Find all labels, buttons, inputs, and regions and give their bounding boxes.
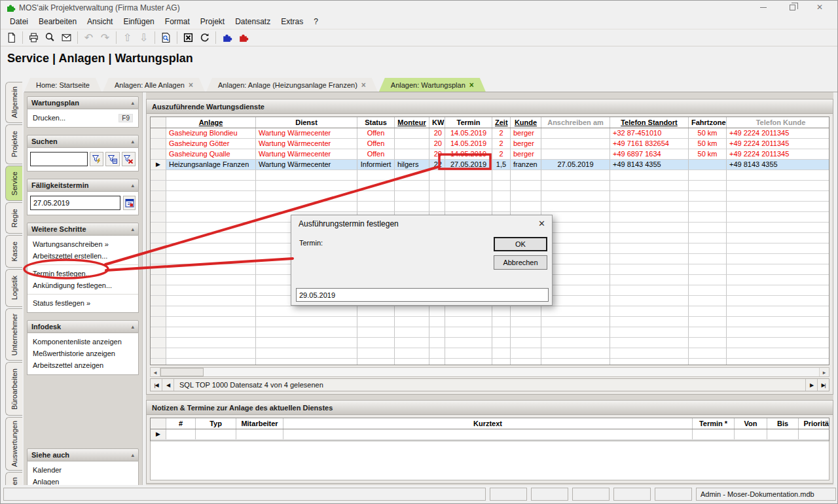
module-tab-kasse[interactable]: Kasse bbox=[5, 235, 22, 268]
notes-table[interactable]: #TypMitarbeiterKurztextTermin *VonBisPri… bbox=[150, 418, 829, 441]
column-header-mitarbeiter[interactable]: Mitarbeiter bbox=[236, 418, 283, 429]
module-tab-service[interactable]: Service bbox=[5, 166, 22, 201]
menu-item-projekt[interactable]: Projekt bbox=[195, 16, 230, 27]
excel-export-button[interactable] bbox=[180, 30, 196, 45]
column-header-telefon-kunde[interactable]: Telefon Kunde bbox=[727, 117, 829, 128]
due-date-input[interactable] bbox=[30, 196, 120, 210]
calendar-button[interactable] bbox=[123, 196, 136, 210]
module-tab-regie[interactable]: Regie bbox=[5, 202, 22, 234]
panel-header-weitere-schritte[interactable]: Weitere Schritte▴ bbox=[27, 223, 139, 236]
module-tab-unternehmer[interactable]: Unternehmer bbox=[5, 308, 22, 361]
tab-anlagen-wartungsplan[interactable]: Anlagen: Wartungsplan× bbox=[379, 78, 486, 92]
sidebar-item-arbeitszettel-anzeigen[interactable]: Arbeitszettel anzeigen bbox=[27, 359, 138, 371]
menu-item-extras[interactable]: Extras bbox=[276, 16, 308, 27]
sidebar-item-wartungsanschreiben[interactable]: Wartungsanschreiben » bbox=[27, 238, 138, 250]
column-header-kurztext[interactable]: Kurztext bbox=[283, 418, 693, 429]
sidebar-item-ank-ndigung-festlegen[interactable]: Ankündigung festlegen... bbox=[27, 279, 138, 291]
collapse-icon[interactable]: ▴ bbox=[131, 323, 134, 330]
print-preview-button[interactable] bbox=[42, 30, 58, 45]
sidebar-item-status-festlegen[interactable]: Status festlegen » bbox=[27, 297, 138, 309]
sidebar-item-komponentenliste-anzeigen[interactable]: Komponentenliste anzeigen bbox=[27, 336, 138, 348]
menu-item-datei[interactable]: Datei bbox=[5, 16, 33, 27]
cancel-button[interactable]: Abbrechen bbox=[494, 255, 547, 270]
column-header-fahrtzone[interactable]: Fahrtzone bbox=[689, 117, 727, 128]
column-header-kw[interactable]: KW bbox=[429, 117, 445, 128]
panel-header-siehe-auch[interactable]: Siehe auch▴ bbox=[27, 448, 139, 461]
menu-item-ansicht[interactable]: Ansicht bbox=[82, 16, 118, 27]
column-header-typ[interactable]: Typ bbox=[196, 418, 236, 429]
email-button[interactable] bbox=[58, 30, 75, 45]
ok-button[interactable]: OK bbox=[494, 237, 547, 251]
module-tab-logistik[interactable]: Logistik bbox=[5, 269, 22, 307]
module-tab-b-roarbeiten[interactable]: Büroarbeiten bbox=[5, 362, 22, 416]
tab-anlagen-anlage-heizungsanlage-franzen[interactable]: Anlagen: Anlage (Heizungsanlage Franzen)… bbox=[206, 78, 378, 92]
sidebar-item-kalender[interactable]: Kalender bbox=[27, 464, 138, 476]
panel-header-infodesk[interactable]: Infodesk▴ bbox=[27, 320, 139, 333]
first-record-button[interactable]: |◀ bbox=[151, 379, 162, 391]
scroll-right-icon[interactable]: ▸ bbox=[819, 368, 829, 376]
tab-anlagen-alle-anlagen[interactable]: Anlagen: Alle Anlagen× bbox=[103, 78, 205, 92]
column-header-status[interactable]: Status bbox=[357, 117, 395, 128]
column-header-von[interactable]: Von bbox=[735, 418, 767, 429]
sidebar-item-termin-festlegen[interactable]: Termin festlegen... bbox=[27, 268, 138, 279]
column-header-termin[interactable]: Termin bbox=[445, 117, 492, 128]
column-header-bis[interactable]: Bis bbox=[767, 418, 799, 429]
collapse-icon[interactable]: ▴ bbox=[131, 99, 134, 106]
horizontal-scrollbar[interactable]: ◂ ▸ bbox=[150, 367, 829, 377]
minimize-button[interactable] bbox=[754, 3, 773, 13]
scroll-left-icon[interactable]: ◂ bbox=[151, 368, 160, 376]
tab-close-icon[interactable]: × bbox=[469, 81, 474, 90]
column-header-priorit-t[interactable]: Priorität bbox=[799, 418, 829, 429]
collapse-icon[interactable]: ▴ bbox=[131, 182, 134, 189]
refresh-button[interactable] bbox=[196, 30, 213, 45]
close-button[interactable]: ✕ bbox=[810, 3, 829, 13]
tab-close-icon[interactable]: × bbox=[361, 81, 366, 90]
table-row[interactable]: Gasheizung GötterWartung WärmecenterOffe… bbox=[151, 139, 829, 149]
module-tab-allgemein[interactable]: Allgemein bbox=[5, 82, 22, 123]
column-header-zeit[interactable]: Zeit bbox=[492, 117, 511, 128]
filter-apply-button[interactable] bbox=[90, 152, 103, 166]
panel-header-suchen[interactable]: Suchen▴ bbox=[27, 135, 139, 148]
column-header-kunde[interactable]: Kunde bbox=[511, 117, 541, 128]
panel-header-wartungsplan[interactable]: Wartungsplan▴ bbox=[27, 96, 139, 109]
document-search-button[interactable] bbox=[158, 30, 174, 45]
column-header-anlage[interactable]: Anlage bbox=[166, 117, 256, 128]
plugin-blue-button[interactable] bbox=[219, 30, 235, 45]
plugin-red-button[interactable] bbox=[235, 30, 251, 45]
column-header-dienst[interactable]: Dienst bbox=[256, 117, 357, 128]
menu-item-format[interactable]: Format bbox=[160, 16, 195, 27]
table-row[interactable]: ▶Heizungsanlage FranzenWartung Wärmecent… bbox=[151, 160, 829, 170]
last-record-button[interactable]: ▶| bbox=[817, 379, 829, 391]
column-header-[interactable]: # bbox=[166, 418, 196, 429]
search-input[interactable] bbox=[30, 152, 88, 166]
column-header-termin[interactable]: Termin * bbox=[693, 418, 735, 429]
filter-remove-button[interactable] bbox=[122, 152, 136, 166]
dialog-date-input[interactable] bbox=[296, 288, 549, 302]
sidebar-item-me-werthistorie-anzeigen[interactable]: Meßwerthistorie anzeigen bbox=[27, 348, 138, 359]
menu-item-bearbeiten[interactable]: Bearbeiten bbox=[33, 16, 82, 27]
column-header-anschreiben-am[interactable]: Anschreiben am bbox=[541, 117, 610, 128]
column-header-monteur[interactable]: Monteur bbox=[395, 117, 429, 128]
sidebar-item-arbeitszettel-erstellen[interactable]: Arbeitszettel erstellen... bbox=[27, 250, 138, 262]
scrollbar-thumb[interactable] bbox=[160, 368, 204, 376]
module-tab-projekte[interactable]: Projekte bbox=[5, 124, 22, 164]
column-header-telefon-standort[interactable]: Telefon Standort bbox=[610, 117, 689, 128]
module-tab-auswertungen[interactable]: Auswertungen bbox=[5, 417, 22, 471]
dialog-close-icon[interactable]: ✕ bbox=[538, 219, 545, 228]
table-row[interactable]: Gasheizung QualleWartung WärmecenterOffe… bbox=[151, 149, 829, 160]
collapse-icon[interactable]: ▴ bbox=[131, 138, 134, 145]
collapse-icon[interactable]: ▴ bbox=[131, 226, 134, 232]
previous-record-button[interactable]: ◀ bbox=[162, 379, 174, 391]
tab-home-startseite[interactable]: Home: Startseite bbox=[24, 78, 101, 92]
panel-header-f-lligkeitstermin[interactable]: Fälligkeitstermin▴ bbox=[27, 179, 139, 192]
filter-form-button[interactable] bbox=[105, 152, 119, 166]
restore-button[interactable] bbox=[782, 3, 802, 13]
tab-close-icon[interactable]: × bbox=[189, 81, 193, 90]
new-document-button[interactable] bbox=[3, 30, 20, 45]
menu-item-einf-gen[interactable]: Einfügen bbox=[118, 16, 159, 27]
sidebar-item-drucken[interactable]: Drucken...F9 bbox=[27, 112, 138, 124]
menu-item-[interactable]: ? bbox=[308, 16, 323, 27]
next-record-button[interactable]: ▶ bbox=[805, 379, 817, 391]
collapse-icon[interactable]: ▴ bbox=[131, 452, 134, 458]
table-row[interactable]: Gasheizung BlondieuWartung WärmecenterOf… bbox=[151, 128, 829, 139]
